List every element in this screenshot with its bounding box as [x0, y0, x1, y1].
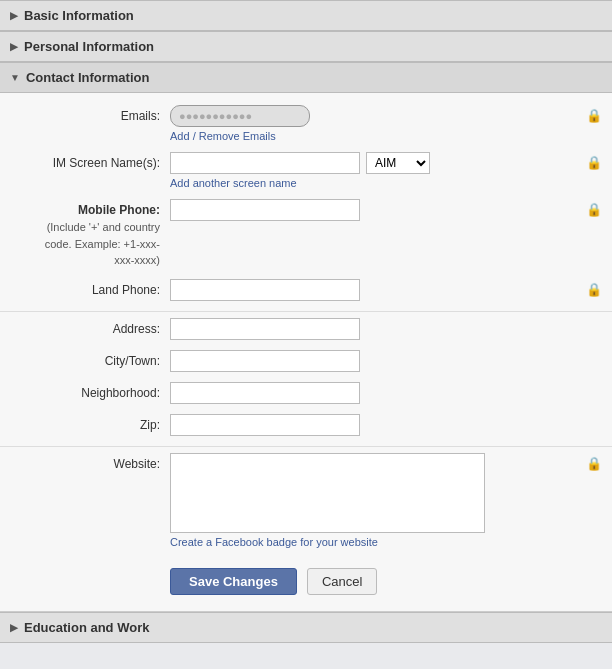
address-row: Address: [0, 318, 612, 340]
mobile-phone-sublabel: (Include '+' and countrycode. Example: +… [45, 221, 160, 267]
divider-1 [0, 311, 612, 312]
contact-arrow-icon: ▼ [10, 72, 20, 83]
mobile-phone-input[interactable] [170, 199, 360, 221]
personal-information-label: Personal Information [24, 39, 154, 54]
city-input[interactable] [170, 350, 360, 372]
contact-information-label: Contact Information [26, 70, 150, 85]
im-input-row: AIM Yahoo Skype MSN ICQ [170, 152, 602, 174]
zip-control [170, 414, 602, 436]
personal-arrow-icon: ▶ [10, 41, 18, 52]
im-row: IM Screen Name(s): AIM Yahoo Skype MSN I… [0, 152, 612, 189]
address-input[interactable] [170, 318, 360, 340]
divider-2 [0, 446, 612, 447]
personal-information-header[interactable]: ▶ Personal Information [0, 31, 612, 62]
education-arrow-icon: ▶ [10, 622, 18, 633]
mobile-phone-row: Mobile Phone: (Include '+' and countryco… [0, 199, 612, 269]
land-lock-icon: 🔒 [586, 282, 602, 297]
emails-lock-icon: 🔒 [586, 108, 602, 123]
mobile-phone-label: Mobile Phone: (Include '+' and countryco… [10, 199, 170, 269]
land-phone-row: Land Phone: 🔒 [0, 279, 612, 301]
im-label: IM Screen Name(s): [10, 152, 170, 172]
im-service-select[interactable]: AIM Yahoo Skype MSN ICQ [366, 152, 430, 174]
contact-information-header[interactable]: ▼ Contact Information [0, 62, 612, 93]
emails-input[interactable] [170, 105, 310, 127]
neighborhood-control [170, 382, 602, 404]
mobile-phone-control [170, 199, 602, 221]
basic-information-label: Basic Information [24, 8, 134, 23]
city-row: City/Town: [0, 350, 612, 372]
im-control: AIM Yahoo Skype MSN ICQ Add another scre… [170, 152, 602, 189]
im-lock-icon: 🔒 [586, 155, 602, 170]
add-remove-emails-link[interactable]: Add / Remove Emails [170, 130, 602, 142]
emails-label: Emails: [10, 105, 170, 125]
address-label: Address: [10, 318, 170, 338]
city-control [170, 350, 602, 372]
basic-arrow-icon: ▶ [10, 10, 18, 21]
add-another-screen-name-link[interactable]: Add another screen name [170, 177, 602, 189]
mobile-phone-label-main: Mobile Phone: [78, 203, 160, 217]
im-screen-name-input[interactable] [170, 152, 360, 174]
city-label: City/Town: [10, 350, 170, 370]
website-label: Website: [10, 453, 170, 473]
website-control: Create a Facebook badge for your website [170, 453, 602, 548]
land-phone-label: Land Phone: [10, 279, 170, 299]
website-textarea[interactable] [170, 453, 485, 533]
website-row: Website: Create a Facebook badge for you… [0, 453, 612, 548]
zip-label: Zip: [10, 414, 170, 434]
neighborhood-input[interactable] [170, 382, 360, 404]
website-lock-icon: 🔒 [586, 456, 602, 471]
emails-row: Emails: Add / Remove Emails 🔒 [0, 105, 612, 142]
facebook-badge-link[interactable]: Create a Facebook badge for your website [170, 536, 602, 548]
education-work-header[interactable]: ▶ Education and Work [0, 612, 612, 643]
neighborhood-label: Neighborhood: [10, 382, 170, 402]
mobile-lock-icon: 🔒 [586, 202, 602, 217]
emails-control: Add / Remove Emails [170, 105, 602, 142]
save-changes-button[interactable]: Save Changes [170, 568, 297, 595]
cancel-button[interactable]: Cancel [307, 568, 377, 595]
address-control [170, 318, 602, 340]
land-phone-input[interactable] [170, 279, 360, 301]
neighborhood-row: Neighborhood: [0, 382, 612, 404]
save-cancel-area: Save Changes Cancel [0, 558, 612, 599]
contact-information-content: Emails: Add / Remove Emails 🔒 IM Screen … [0, 93, 612, 612]
education-work-label: Education and Work [24, 620, 149, 635]
zip-row: Zip: [0, 414, 612, 436]
land-phone-control [170, 279, 602, 301]
basic-information-header[interactable]: ▶ Basic Information [0, 0, 612, 31]
zip-input[interactable] [170, 414, 360, 436]
